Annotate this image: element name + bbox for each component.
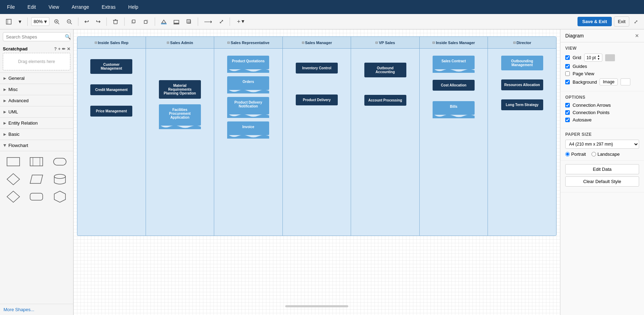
shape-process[interactable] (3, 154, 24, 169)
guides-checkbox[interactable] (565, 64, 570, 69)
portrait-label[interactable]: Portrait (565, 152, 586, 157)
toolbar: ▾ 80% ▾ ↩ ↪ ⟶ ⤢ ＋▾ Save & E (0, 14, 644, 29)
connection-arrows-checkbox[interactable] (565, 103, 570, 107)
to-front-btn[interactable] (128, 17, 139, 26)
line-color-btn[interactable] (171, 17, 182, 26)
node-bills[interactable]: Bills (433, 101, 475, 115)
sidebar-item-uml[interactable]: ▶ UML (0, 106, 73, 118)
node-price-management[interactable]: Price Management (90, 106, 132, 117)
sep2 (78, 18, 78, 26)
shape-diamond[interactable] (3, 189, 24, 204)
grid-stepper[interactable]: ▲ ▼ (597, 55, 600, 61)
collapse-icon[interactable]: ⊟ (167, 41, 169, 44)
background-checkbox[interactable] (565, 80, 570, 84)
menu-extras[interactable]: Extras (99, 3, 119, 11)
page-view-checkbox[interactable] (565, 71, 570, 76)
node-product-delivery-notif[interactable]: Product Delivery Notification (227, 97, 269, 114)
to-back-btn[interactable] (141, 17, 151, 26)
stepper-down[interactable]: ▼ (597, 58, 600, 61)
landscape-label[interactable]: Landscape (592, 152, 620, 157)
grid-color-swatch[interactable] (605, 54, 615, 61)
node-product-delivery[interactable]: Product Delivery (296, 94, 338, 105)
waypoint-btn[interactable]: ⤢ (217, 16, 226, 27)
menu-file[interactable]: File (4, 3, 18, 11)
node-outbound-accounting[interactable]: Outbound Accounting (364, 63, 406, 77)
sidebar-item-misc[interactable]: ▶ Misc (0, 84, 73, 95)
canvas-area[interactable]: ⊟ Inside Sales Rep Customer Management C… (74, 29, 560, 315)
page-toggle-btn[interactable] (4, 17, 14, 26)
scratchpad-edit-icon[interactable]: ✏ (62, 47, 65, 51)
edit-data-btn[interactable]: Edit Data (565, 164, 639, 174)
sidebar-item-entity-relation[interactable]: ▶ Entity Relation (0, 118, 73, 129)
grid-checkbox[interactable] (565, 55, 570, 60)
scratchpad-close-icon[interactable]: ✕ (67, 47, 70, 51)
svg-rect-22 (30, 158, 43, 166)
node-facilities-proc[interactable]: Facilities Procurement Application (159, 104, 201, 126)
shape-decision[interactable] (3, 172, 24, 187)
sidebar-item-general[interactable]: ▶ General (0, 73, 73, 84)
landscape-radio[interactable] (592, 152, 596, 156)
collapse-icon[interactable]: ⊟ (94, 41, 97, 44)
sidebar-item-flowchart[interactable]: ▶ Flowchart (0, 140, 73, 151)
menu-view[interactable]: View (46, 3, 62, 11)
node-credit-management[interactable]: Credit Management (90, 84, 132, 95)
connection-btn[interactable]: ⟶ (202, 16, 215, 27)
node-outbounding-mgmt[interactable]: Outbounding Management (501, 56, 543, 70)
shape-parallelogram[interactable] (26, 172, 47, 187)
insert-btn[interactable]: ＋▾ (233, 16, 247, 27)
sidebar-item-basic[interactable]: ▶ Basic (0, 129, 73, 140)
collapse-icon[interactable]: ⊟ (227, 41, 230, 44)
delete-btn[interactable] (110, 17, 121, 26)
redo-btn[interactable]: ↪ (93, 16, 103, 27)
page-toggle-arrow[interactable]: ▾ (16, 16, 24, 27)
collapse-icon[interactable]: ⊟ (432, 41, 435, 44)
zoom-dropdown[interactable]: ▾ (44, 18, 47, 25)
background-image-btn[interactable]: Image (600, 78, 617, 85)
menu-arrange[interactable]: Arrange (69, 3, 92, 11)
node-long-term-strategy[interactable]: Long Term Strategy (501, 99, 543, 110)
shape-rounded-rect[interactable] (26, 189, 47, 204)
close-panel-icon[interactable]: ✕ (635, 33, 639, 38)
more-shapes-link[interactable]: More Shapes... (0, 304, 73, 315)
shape-terminator[interactable] (49, 154, 70, 169)
shape-cylinder[interactable] (49, 172, 70, 187)
menu-help[interactable]: Help (125, 3, 141, 11)
connection-points-checkbox[interactable] (565, 110, 570, 115)
node-orders[interactable]: Orders (227, 76, 269, 90)
scratchpad-help-icon[interactable]: ? (54, 47, 57, 51)
scratchpad-add-icon[interactable]: + (58, 47, 61, 51)
node-customer-management[interactable]: Customer Management (90, 59, 132, 74)
autosave-checkbox[interactable] (565, 118, 570, 122)
shape-hexagon[interactable] (49, 189, 70, 204)
zoom-out-btn[interactable] (64, 17, 75, 26)
shape-subprocess[interactable] (26, 154, 47, 169)
zoom-in-btn[interactable] (51, 17, 62, 26)
sidebar-item-advanced[interactable]: ▶ Advanced (0, 95, 73, 106)
stepper-up[interactable]: ▲ (597, 55, 600, 57)
node-material-req[interactable]: Material Requirements Planning Operation (159, 80, 201, 99)
collapse-icon[interactable]: ⊟ (302, 41, 304, 44)
node-invoice[interactable]: Invoice (227, 121, 269, 135)
search-icon[interactable]: 🔍 (65, 34, 71, 40)
paper-size-select[interactable]: A4 (210 mm x 297 mm) (565, 140, 639, 149)
portrait-radio[interactable] (565, 152, 570, 156)
collapse-icon[interactable]: ⊟ (375, 41, 378, 44)
clear-default-style-btn[interactable]: Clear Default Style (565, 176, 639, 187)
undo-btn[interactable]: ↩ (82, 16, 91, 27)
collapse-icon[interactable]: ⊟ (513, 41, 516, 44)
search-input[interactable] (6, 34, 65, 40)
fill-btn[interactable] (159, 17, 169, 26)
background-color-swatch[interactable] (621, 78, 630, 85)
node-sales-contract[interactable]: Sales Contract (433, 56, 475, 69)
node-cost-allocation[interactable]: Cost Allocation (433, 80, 475, 91)
node-inventory-control[interactable]: Inventory Control (296, 63, 338, 74)
save-exit-btn[interactable]: Save & Exit (578, 17, 612, 26)
exit-btn[interactable]: Exit (614, 16, 629, 27)
fullscreen-btn[interactable]: ⤢ (631, 17, 640, 26)
horizontal-scrollbar[interactable] (285, 305, 348, 307)
shadow-btn[interactable] (184, 17, 194, 26)
menu-edit[interactable]: Edit (25, 3, 39, 11)
node-product-quotations[interactable]: Product Quotations (227, 56, 269, 69)
node-resources-allocation[interactable]: Resources Allocation (501, 79, 543, 90)
node-account-processing[interactable]: Account Processing (364, 95, 406, 106)
